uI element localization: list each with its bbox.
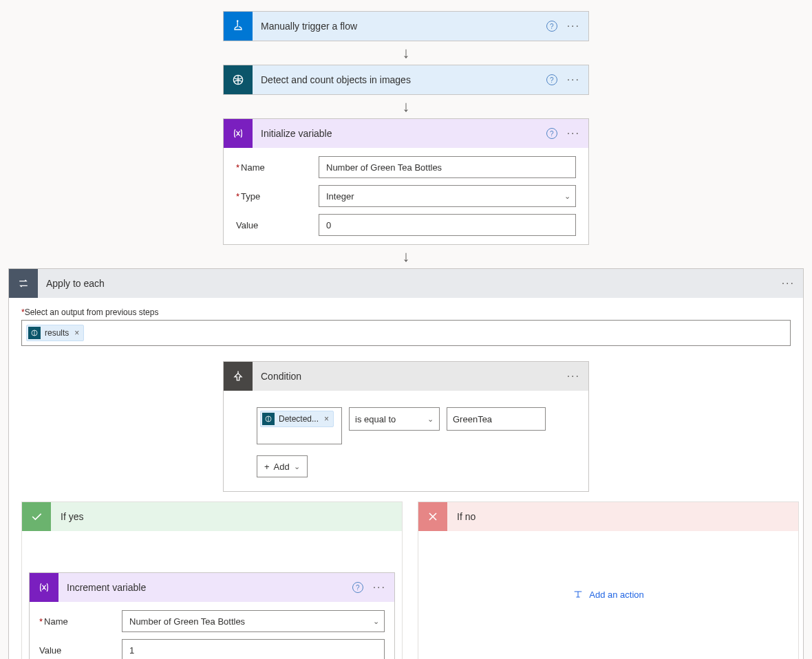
add-action-label: Add an action: [589, 590, 644, 600]
value-label: Value: [39, 645, 122, 656]
condition-right-input[interactable]: GreenTea: [447, 407, 546, 431]
help-icon[interactable]: ?: [546, 128, 557, 139]
flow-arrow: ↓: [403, 45, 410, 61]
step-title: Initialize variable: [261, 128, 538, 139]
more-menu[interactable]: ···: [567, 20, 580, 32]
step-apply-to-each[interactable]: Apply to each ··· *Select an output from…: [8, 268, 804, 659]
name-label: Name: [236, 162, 319, 173]
token-label: results: [45, 328, 69, 338]
check-icon: [22, 502, 51, 531]
step-initialize-variable[interactable]: Initialize variable ? ··· Name Type ⌄ Va…: [223, 118, 589, 245]
add-label: Add: [274, 462, 290, 472]
help-icon[interactable]: ?: [546, 21, 557, 32]
condition-operator-select[interactable]: is equal to ⌄: [349, 407, 440, 431]
condition-icon: [224, 362, 253, 391]
variable-icon: [30, 573, 58, 602]
condition-operator-value: is equal to: [355, 414, 396, 424]
ai-builder-icon: [262, 413, 275, 425]
flow-arrow: ↓: [403, 99, 410, 114]
select-output-input[interactable]: results ×: [21, 320, 791, 346]
step-title: Increment variable: [67, 582, 344, 593]
more-menu[interactable]: ···: [782, 277, 795, 290]
more-menu[interactable]: ···: [567, 127, 580, 140]
token-label: Detected...: [279, 414, 319, 424]
name-label: Name: [39, 616, 122, 627]
chevron-down-icon: ⌄: [294, 462, 300, 471]
variable-icon: [224, 119, 253, 148]
ai-builder-icon: [224, 65, 253, 94]
condition-add-button[interactable]: + Add ⌄: [257, 455, 308, 477]
token-remove[interactable]: ×: [324, 414, 329, 424]
manual-trigger-icon: [224, 12, 253, 41]
name-input[interactable]: [319, 156, 576, 178]
type-label: Type: [236, 191, 319, 202]
step-title: Detect and count objects in images: [261, 74, 538, 85]
svg-point-0: [237, 20, 239, 22]
add-action-button[interactable]: Add an action: [573, 589, 644, 600]
help-icon[interactable]: ?: [352, 582, 363, 593]
value-label: Value: [236, 220, 319, 230]
step-detect[interactable]: Detect and count objects in images ? ···: [223, 65, 589, 95]
condition-right-value: GreenTea: [453, 414, 492, 424]
add-action-icon: [573, 589, 584, 600]
flow-arrow: ↓: [403, 249, 410, 264]
branch-if-no: If no Add an action: [418, 501, 799, 659]
step-title: Manually trigger a flow: [261, 21, 538, 32]
chevron-down-icon: ⌄: [427, 415, 434, 424]
ai-builder-icon: [28, 327, 41, 339]
plus-icon: +: [264, 462, 270, 472]
step-trigger[interactable]: Manually trigger a flow ? ···: [223, 11, 589, 41]
name-select[interactable]: [122, 610, 385, 632]
token-detected[interactable]: Detected... ×: [260, 411, 334, 427]
condition-left-input[interactable]: Detected... ×: [257, 407, 342, 444]
token-remove[interactable]: ×: [74, 328, 79, 338]
type-select[interactable]: [319, 185, 576, 207]
more-menu[interactable]: ···: [373, 581, 386, 594]
branch-title: If no: [457, 511, 789, 522]
value-input[interactable]: [319, 214, 576, 236]
select-output-label: *Select an output from previous steps: [21, 307, 791, 317]
step-condition[interactable]: Condition ··· Detected...: [223, 361, 589, 492]
step-title: Condition: [261, 371, 559, 382]
step-title: Apply to each: [46, 278, 773, 289]
more-menu[interactable]: ···: [567, 74, 580, 86]
close-icon: [418, 502, 447, 531]
branch-if-yes: If yes Increment variable ? ···: [21, 501, 403, 659]
token-results[interactable]: results ×: [26, 325, 84, 341]
branch-title: If yes: [61, 511, 392, 522]
loop-icon: [9, 269, 38, 298]
more-menu[interactable]: ···: [567, 370, 580, 382]
step-increment-variable[interactable]: Increment variable ? ··· Name: [29, 572, 395, 659]
value-input[interactable]: [122, 639, 385, 659]
help-icon[interactable]: ?: [546, 74, 557, 85]
